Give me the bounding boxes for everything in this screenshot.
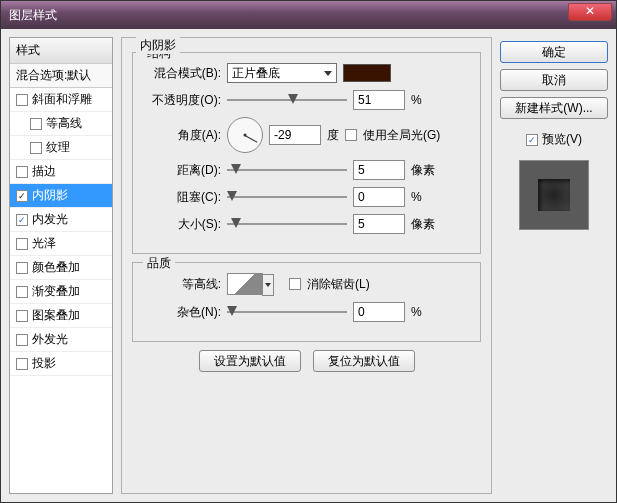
sidebar-item-label: 描边 (32, 163, 56, 180)
new-style-button[interactable]: 新建样式(W)... (500, 97, 608, 119)
checkbox-icon[interactable] (16, 190, 28, 202)
window-title: 图层样式 (9, 7, 57, 24)
sidebar-header: 样式 (10, 38, 112, 64)
sidebar-item-label: 内阴影 (32, 187, 68, 204)
close-icon: ✕ (585, 4, 595, 18)
global-light-checkbox[interactable] (345, 129, 357, 141)
opacity-label: 不透明度(O): (145, 92, 221, 109)
checkbox-icon[interactable] (16, 94, 28, 106)
sidebar-item-gradient-overlay[interactable]: 渐变叠加 (10, 280, 112, 304)
cancel-label: 取消 (542, 72, 566, 89)
cancel-button[interactable]: 取消 (500, 69, 608, 91)
sidebar-item-bevel[interactable]: 斜面和浮雕 (10, 88, 112, 112)
quality-group: 品质 等高线: 消除锯齿(L) 杂色(N): % (132, 262, 481, 342)
checkbox-icon[interactable] (16, 310, 28, 322)
distance-unit: 像素 (411, 162, 441, 179)
opacity-slider[interactable] (227, 92, 347, 108)
settings-panel: 内阴影 结构 混合模式(B): 正片叠底 不透明度(O): % (121, 37, 492, 494)
checkbox-icon[interactable] (16, 238, 28, 250)
antialias-checkbox[interactable] (289, 278, 301, 290)
angle-unit: 度 (327, 127, 339, 144)
preview-checkbox[interactable] (526, 134, 538, 146)
dialog-buttons: 确定 取消 新建样式(W)... 预览(V) (500, 37, 608, 494)
angle-dial[interactable] (227, 117, 263, 153)
sidebar-item-inner-shadow[interactable]: 内阴影 (10, 184, 112, 208)
blend-mode-label: 混合模式(B): (145, 65, 221, 82)
reset-default-label: 复位为默认值 (328, 353, 400, 370)
opacity-input[interactable] (353, 90, 405, 110)
preview-label: 预览(V) (542, 131, 582, 148)
sidebar-item-label: 内发光 (32, 211, 68, 228)
sidebar-item-texture[interactable]: 纹理 (10, 136, 112, 160)
quality-legend: 品质 (143, 255, 175, 272)
close-button[interactable]: ✕ (568, 3, 612, 21)
distance-input[interactable] (353, 160, 405, 180)
angle-input[interactable] (269, 125, 321, 145)
panel-title: 内阴影 (136, 37, 180, 54)
choke-input[interactable] (353, 187, 405, 207)
preview-thumbnail (519, 160, 589, 230)
size-slider[interactable] (227, 216, 347, 232)
angle-label: 角度(A): (145, 127, 221, 144)
sidebar-item-pattern-overlay[interactable]: 图案叠加 (10, 304, 112, 328)
checkbox-icon[interactable] (16, 286, 28, 298)
blend-mode-value: 正片叠底 (232, 65, 280, 82)
sidebar-item-inner-glow[interactable]: 内发光 (10, 208, 112, 232)
choke-unit: % (411, 190, 441, 204)
opacity-unit: % (411, 93, 441, 107)
checkbox-icon[interactable] (30, 142, 42, 154)
checkbox-icon[interactable] (16, 334, 28, 346)
distance-slider[interactable] (227, 162, 347, 178)
checkbox-icon[interactable] (30, 118, 42, 130)
checkbox-icon[interactable] (16, 262, 28, 274)
sidebar-item-label: 外发光 (32, 331, 68, 348)
blend-mode-select[interactable]: 正片叠底 (227, 63, 337, 83)
checkbox-icon[interactable] (16, 214, 28, 226)
ok-button[interactable]: 确定 (500, 41, 608, 63)
noise-input[interactable] (353, 302, 405, 322)
set-default-button[interactable]: 设置为默认值 (199, 350, 301, 372)
layer-style-dialog: 图层样式 ✕ 样式 混合选项:默认 斜面和浮雕 等高线 纹理 描边 内阴影 内发… (0, 0, 617, 503)
structure-group: 结构 混合模式(B): 正片叠底 不透明度(O): % 角度(A): (132, 52, 481, 254)
sidebar-blend-options[interactable]: 混合选项:默认 (10, 64, 112, 88)
size-unit: 像素 (411, 216, 441, 233)
checkbox-icon[interactable] (16, 166, 28, 178)
choke-slider[interactable] (227, 189, 347, 205)
contour-label: 等高线: (145, 276, 221, 293)
titlebar[interactable]: 图层样式 ✕ (1, 1, 616, 29)
sidebar-item-drop-shadow[interactable]: 投影 (10, 352, 112, 376)
sidebar-item-outer-glow[interactable]: 外发光 (10, 328, 112, 352)
sidebar-blend-label: 混合选项:默认 (16, 67, 91, 84)
ok-label: 确定 (542, 44, 566, 61)
checkbox-icon[interactable] (16, 358, 28, 370)
sidebar-item-label: 纹理 (46, 139, 70, 156)
sidebar-item-label: 图案叠加 (32, 307, 80, 324)
sidebar-item-label: 等高线 (46, 115, 82, 132)
size-input[interactable] (353, 214, 405, 234)
contour-picker[interactable] (227, 273, 263, 295)
sidebar-item-label: 渐变叠加 (32, 283, 80, 300)
noise-slider[interactable] (227, 304, 347, 320)
preview-inner (538, 179, 570, 211)
global-light-label: 使用全局光(G) (363, 127, 440, 144)
antialias-label: 消除锯齿(L) (307, 276, 370, 293)
new-style-label: 新建样式(W)... (515, 100, 592, 117)
noise-unit: % (411, 305, 441, 319)
sidebar-item-satin[interactable]: 光泽 (10, 232, 112, 256)
choke-label: 阻塞(C): (145, 189, 221, 206)
sidebar-item-contour[interactable]: 等高线 (10, 112, 112, 136)
set-default-label: 设置为默认值 (214, 353, 286, 370)
color-swatch[interactable] (343, 64, 391, 82)
sidebar-item-label: 斜面和浮雕 (32, 91, 92, 108)
reset-default-button[interactable]: 复位为默认值 (313, 350, 415, 372)
noise-label: 杂色(N): (145, 304, 221, 321)
sidebar-item-label: 光泽 (32, 235, 56, 252)
sidebar-item-label: 投影 (32, 355, 56, 372)
distance-label: 距离(D): (145, 162, 221, 179)
sidebar-item-label: 颜色叠加 (32, 259, 80, 276)
sidebar-item-color-overlay[interactable]: 颜色叠加 (10, 256, 112, 280)
size-label: 大小(S): (145, 216, 221, 233)
styles-sidebar: 样式 混合选项:默认 斜面和浮雕 等高线 纹理 描边 内阴影 内发光 光泽 颜色… (9, 37, 113, 494)
sidebar-item-stroke[interactable]: 描边 (10, 160, 112, 184)
